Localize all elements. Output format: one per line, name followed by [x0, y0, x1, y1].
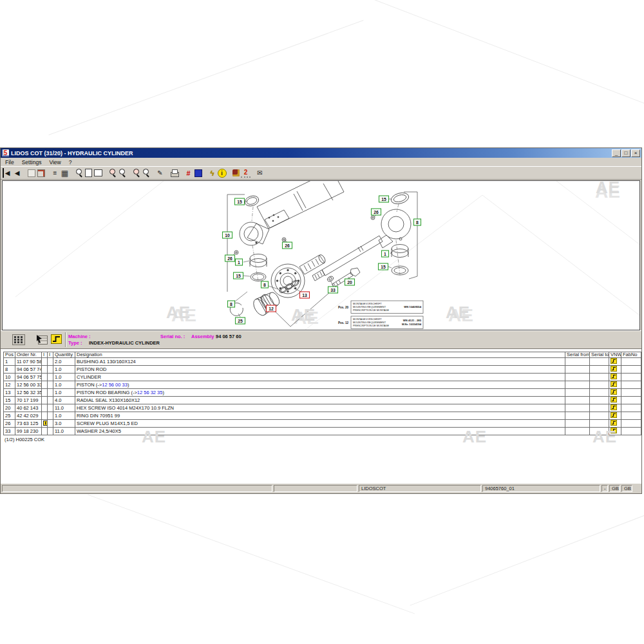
- order-number-cell[interactable]: 11 07 90 58: [15, 358, 42, 366]
- table-row[interactable]: 2040 62 14311.0HEX SCREW ISO 4014 M24X17…: [4, 404, 641, 412]
- menu-settings[interactable]: Settings: [18, 158, 46, 166]
- callout-13[interactable]: 13: [300, 292, 310, 298]
- info-icon[interactable]: i: [217, 168, 227, 178]
- grid-view-icon[interactable]: ▦: [60, 168, 70, 178]
- serial-from-cell: [565, 404, 590, 412]
- callout-25[interactable]: 25: [236, 317, 245, 324]
- order-number-cell[interactable]: 12 56 00 33: [15, 381, 42, 389]
- vnw-cell[interactable]: [609, 366, 621, 374]
- close-button[interactable]: ×: [631, 149, 640, 157]
- order-number-cell[interactable]: 70 17 199: [15, 397, 42, 404]
- vnw-cell[interactable]: [609, 389, 621, 397]
- order-number-cell[interactable]: 94 06 57 75: [15, 374, 42, 381]
- replacement-link[interactable]: 12 56 00 33: [102, 382, 128, 388]
- diagram-canvas[interactable]: AEAEAEAE: [2, 180, 640, 330]
- doc-forward-icon[interactable]: [36, 168, 46, 178]
- callout-1[interactable]: 1: [382, 251, 389, 257]
- table-row[interactable]: 3399 18 23011.0WASHER 24,5/40X5: [4, 428, 641, 435]
- page-landscape-icon[interactable]: [93, 168, 103, 178]
- callout-12[interactable]: 12: [267, 305, 276, 312]
- order-number-cell[interactable]: 73 63 125: [15, 420, 42, 428]
- app-window: 5 LIDOS COT (31/20) - HYDRAULIC CYLINDER…: [0, 147, 642, 494]
- callout-33[interactable]: 33: [328, 287, 338, 293]
- flag-cell: [42, 412, 48, 420]
- flag-cell[interactable]: [42, 420, 48, 428]
- table-row[interactable]: 2542 42 0291.0RING DIN 70951 99: [4, 412, 641, 420]
- order-number-cell[interactable]: 94 06 57 74: [15, 366, 42, 374]
- bolt-icon[interactable]: ϟ: [207, 168, 217, 178]
- table-row[interactable]: 1312 56 32 351.0PISTON ROD BEARING (->12…: [4, 389, 641, 397]
- nav-first-icon[interactable]: ◀: [3, 168, 12, 178]
- mail-icon[interactable]: ✉: [255, 168, 265, 178]
- table-row[interactable]: 1094 06 57 751.0CYLINDER: [4, 374, 641, 381]
- vnw-cell[interactable]: [609, 420, 621, 428]
- svg-text:WN 4121 - 285: WN 4121 - 285: [403, 319, 422, 322]
- menu-view[interactable]: View: [45, 158, 64, 166]
- callout-26[interactable]: 26: [372, 209, 381, 215]
- zoom-out-icon[interactable]: [117, 168, 127, 178]
- doc-back-icon[interactable]: [26, 168, 36, 178]
- pos-cell: 12: [4, 381, 15, 389]
- order-number-cell[interactable]: 99 18 230: [15, 428, 42, 435]
- minimize-button[interactable]: _: [612, 149, 621, 157]
- callout-10[interactable]: 10: [223, 232, 232, 238]
- order-number-cell[interactable]: 42 42 029: [15, 412, 42, 420]
- zoom-in-icon[interactable]: [108, 168, 117, 178]
- order-number-cell[interactable]: 40 62 143: [15, 404, 42, 412]
- callout-20[interactable]: 20: [345, 279, 355, 285]
- callout-1[interactable]: 1: [236, 259, 243, 265]
- table-row[interactable]: 1212 56 00 331.0PISTON (->12 56 00 33): [4, 381, 641, 389]
- callout-15[interactable]: 15: [379, 263, 388, 270]
- parts-grid-icon[interactable]: [12, 334, 25, 348]
- callout-8[interactable]: 8: [228, 301, 235, 307]
- select-sheet-icon[interactable]: [36, 334, 48, 348]
- callout-26[interactable]: 26: [225, 255, 235, 261]
- page-portrait-icon[interactable]: [84, 168, 93, 178]
- shield-icon[interactable]: [231, 168, 241, 178]
- red-grid-icon[interactable]: #: [184, 168, 193, 178]
- svg-text:26: 26: [285, 243, 290, 248]
- replacement-link[interactable]: 12 56 32 35: [137, 390, 163, 395]
- callout-15[interactable]: 15: [235, 198, 245, 205]
- edit-icon[interactable]: ✎: [155, 168, 165, 178]
- zoom-icon[interactable]: [74, 168, 84, 178]
- table-row[interactable]: 111 07 90 582.0BUSHING A1 130/160X124: [4, 358, 641, 366]
- menu-help[interactable]: ?: [65, 158, 76, 166]
- order-number-cell[interactable]: 12 56 32 35: [15, 389, 42, 397]
- print-icon[interactable]: [169, 168, 179, 178]
- table-row[interactable]: 1570 17 1994.0RADIAL SEAL X130X160X12: [4, 397, 641, 404]
- callout-26[interactable]: 26: [283, 242, 292, 249]
- svg-text:Pos. 12: Pos. 12: [338, 321, 349, 325]
- vnw-cell[interactable]: [609, 381, 621, 389]
- table-row[interactable]: 2673 63 1253.0SCREW PLUG M14X1,5 ED: [4, 420, 641, 428]
- callout-8[interactable]: 8: [414, 219, 421, 225]
- zoom-area-icon[interactable]: [141, 168, 151, 178]
- note-flag-icon: [43, 421, 48, 426]
- zoom-prev-icon[interactable]: [131, 168, 141, 178]
- designation-cell: BUSHING A1 130/160X124: [75, 358, 565, 366]
- vnw-cell[interactable]: [609, 358, 621, 366]
- table-row[interactable]: 894 06 57 741.0PISTON ROD: [4, 366, 641, 374]
- callout-15[interactable]: 15: [379, 196, 389, 202]
- quantity-cell: 2.0: [53, 358, 75, 366]
- vnw-cell[interactable]: [609, 404, 621, 412]
- status-panel: [2, 485, 272, 492]
- assembly-label: Assembly :: [191, 334, 217, 339]
- vnw-cell[interactable]: [609, 428, 621, 435]
- maximize-button[interactable]: □: [621, 149, 630, 157]
- vnw-cell[interactable]: [609, 412, 621, 420]
- callout-8[interactable]: 8: [261, 281, 269, 288]
- lidos-2-icon[interactable]: 2: [241, 168, 251, 178]
- vnw-icon[interactable]: [51, 334, 62, 346]
- designation-cell: CYLINDER: [75, 374, 565, 381]
- callout-15[interactable]: 15: [234, 272, 243, 279]
- title-bar[interactable]: 5 LIDOS COT (31/20) - HYDRAULIC CYLINDER…: [1, 148, 641, 158]
- vnw-cell[interactable]: [609, 397, 621, 404]
- nav-prev-icon[interactable]: ◀: [12, 168, 22, 178]
- list-view-icon[interactable]: ≡: [50, 168, 60, 178]
- blue-square-icon[interactable]: [193, 168, 203, 178]
- menu-file[interactable]: File: [1, 158, 18, 166]
- watermark-line: [410, 489, 644, 605]
- serial-to-cell: [590, 412, 609, 420]
- vnw-cell[interactable]: [609, 374, 621, 381]
